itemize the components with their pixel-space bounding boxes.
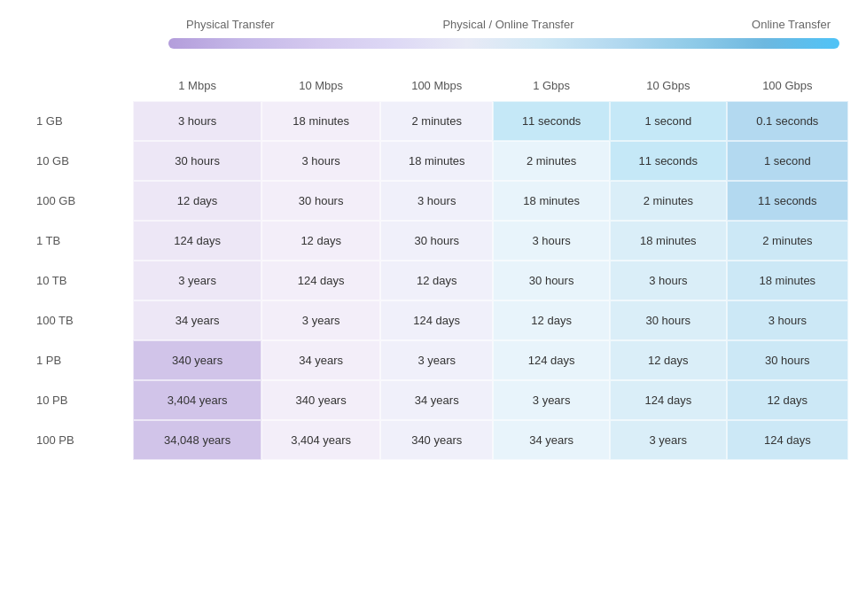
row-label-1-GB: 1 GB — [18, 101, 133, 141]
col-header-10mbps: 10 Mbps — [261, 66, 380, 101]
col-header-100gbps: 100 Gbps — [727, 66, 848, 101]
table-row: 1 TB124 days12 days30 hours3 hours18 min… — [18, 221, 848, 261]
table-row: 10 PB3,404 years340 years34 years3 years… — [18, 380, 848, 420]
table-cell: 18 minutes — [493, 181, 610, 221]
row-label-100-PB: 100 PB — [18, 420, 133, 460]
empty-header — [18, 66, 133, 101]
table-cell: 2 minutes — [610, 181, 727, 221]
row-label-10-TB: 10 TB — [18, 261, 133, 300]
table-cell: 12 days — [493, 300, 610, 340]
table-cell: 12 days — [133, 181, 261, 221]
table-cell: 34,048 years — [133, 420, 261, 460]
data-table-wrapper: 1 Mbps10 Mbps100 Mbps1 Gbps10 Gbps100 Gb… — [18, 66, 848, 460]
table-cell: 1 second — [727, 141, 848, 181]
row-label-1-PB: 1 PB — [18, 340, 133, 380]
row-label-100-TB: 100 TB — [18, 300, 133, 340]
table-cell: 340 years — [133, 340, 261, 380]
physical-label: Physical Transfer — [168, 18, 401, 31]
transfer-table: 1 Mbps10 Mbps100 Mbps1 Gbps10 Gbps100 Gb… — [18, 66, 848, 460]
table-cell: 2 minutes — [493, 141, 610, 181]
table-cell: 3 hours — [261, 141, 380, 181]
table-cell: 1 second — [610, 101, 727, 141]
table-cell: 3 hours — [610, 261, 727, 300]
table-cell: 3 years — [493, 380, 610, 420]
col-header-100mbps: 100 Mbps — [380, 66, 493, 101]
row-label-10-GB: 10 GB — [18, 141, 133, 181]
table-cell: 18 minutes — [261, 101, 380, 141]
table-cell: 34 years — [493, 420, 610, 460]
table-cell: 3 hours — [380, 181, 493, 221]
table-cell: 12 days — [261, 221, 380, 261]
table-row: 10 GB30 hours3 hours18 minutes2 minutes1… — [18, 141, 848, 181]
table-cell: 340 years — [380, 420, 493, 460]
table-cell: 3 hours — [493, 221, 610, 261]
table-cell: 18 minutes — [610, 221, 727, 261]
table-cell: 18 minutes — [727, 261, 848, 300]
table-cell: 0.1 seconds — [727, 101, 848, 141]
table-cell: 34 years — [133, 300, 261, 340]
table-row: 1 GB3 hours18 minutes2 minutes11 seconds… — [18, 101, 848, 141]
col-header-1mbps: 1 Mbps — [133, 66, 261, 101]
table-cell: 12 days — [610, 340, 727, 380]
table-row: 1 PB340 years34 years3 years124 days12 d… — [18, 340, 848, 380]
table-cell: 12 days — [727, 380, 848, 420]
col-header-1gbps: 1 Gbps — [493, 66, 610, 101]
table-cell: 124 days — [727, 420, 848, 460]
col-header-10gbps: 10 Gbps — [610, 66, 727, 101]
table-cell: 3,404 years — [133, 380, 261, 420]
table-row: 100 TB34 years3 years124 days12 days30 h… — [18, 300, 848, 340]
online-label: Online Transfer — [616, 18, 839, 31]
table-cell: 3 years — [261, 300, 380, 340]
table-cell: 3 years — [610, 420, 727, 460]
table-cell: 30 hours — [493, 261, 610, 300]
table-cell: 34 years — [380, 380, 493, 420]
table-cell: 3 years — [380, 340, 493, 380]
transfer-comparison: Physical Transfer Physical / Online Tran… — [18, 18, 848, 460]
table-row: 10 TB3 years124 days12 days30 hours3 hou… — [18, 261, 848, 300]
table-cell: 124 days — [380, 300, 493, 340]
table-cell: 11 seconds — [610, 141, 727, 181]
table-cell: 12 days — [380, 261, 493, 300]
table-cell: 124 days — [493, 340, 610, 380]
category-labels: Physical Transfer Physical / Online Tran… — [18, 18, 848, 38]
table-cell: 30 hours — [380, 221, 493, 261]
table-cell: 3 years — [133, 261, 261, 300]
table-row: 100 GB12 days30 hours3 hours18 minutes2 … — [18, 181, 848, 221]
row-label-1-TB: 1 TB — [18, 221, 133, 261]
table-cell: 124 days — [610, 380, 727, 420]
table-cell: 124 days — [133, 221, 261, 261]
table-cell: 3,404 years — [261, 420, 380, 460]
table-cell: 3 hours — [133, 101, 261, 141]
table-cell: 30 hours — [133, 141, 261, 181]
row-label-10-PB: 10 PB — [18, 380, 133, 420]
table-cell: 11 seconds — [493, 101, 610, 141]
row-label-100-GB: 100 GB — [18, 181, 133, 221]
table-row: 100 PB34,048 years3,404 years340 years34… — [18, 420, 848, 460]
gradient-bar — [168, 38, 839, 49]
table-cell: 30 hours — [261, 181, 380, 221]
table-cell: 2 minutes — [380, 101, 493, 141]
table-cell: 124 days — [261, 261, 380, 300]
table-cell: 2 minutes — [727, 221, 848, 261]
table-cell: 340 years — [261, 380, 380, 420]
table-cell: 30 hours — [610, 300, 727, 340]
table-cell: 34 years — [261, 340, 380, 380]
table-cell: 18 minutes — [380, 141, 493, 181]
table-cell: 11 seconds — [727, 181, 848, 221]
table-cell: 3 hours — [727, 300, 848, 340]
hybrid-label: Physical / Online Transfer — [401, 18, 615, 31]
table-cell: 30 hours — [727, 340, 848, 380]
